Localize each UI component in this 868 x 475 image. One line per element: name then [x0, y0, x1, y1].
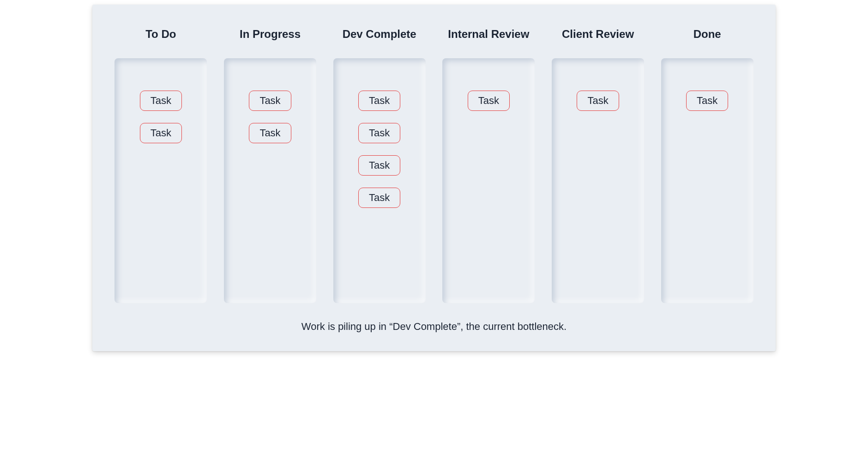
columns-row: To Do Task Task In Progress Task Task De…: [111, 28, 757, 303]
task-card[interactable]: Task: [358, 91, 400, 111]
task-card[interactable]: Task: [249, 123, 291, 143]
column-well[interactable]: Task Task: [224, 58, 316, 303]
task-card[interactable]: Task: [358, 188, 400, 208]
task-card[interactable]: Task: [577, 91, 619, 111]
task-card[interactable]: Task: [249, 91, 291, 111]
kanban-board: To Do Task Task In Progress Task Task De…: [92, 5, 776, 351]
column-well[interactable]: Task: [552, 58, 644, 303]
column-well[interactable]: Task: [661, 58, 753, 303]
column-header: Dev Complete: [343, 28, 416, 41]
column-header: Client Review: [562, 28, 634, 41]
column-header: Internal Review: [448, 28, 529, 41]
task-card[interactable]: Task: [358, 155, 400, 176]
task-card[interactable]: Task: [140, 91, 182, 111]
task-card[interactable]: Task: [358, 123, 400, 143]
column-client-review: Client Review Task: [548, 28, 648, 303]
column-internal-review: Internal Review Task: [439, 28, 539, 303]
column-well[interactable]: Task: [442, 58, 535, 303]
column-well[interactable]: Task Task: [115, 58, 207, 303]
column-to-do: To Do Task Task: [111, 28, 211, 303]
column-header: In Progress: [240, 28, 301, 41]
column-dev-complete: Dev Complete Task Task Task Task: [329, 28, 429, 303]
task-card[interactable]: Task: [686, 91, 728, 111]
column-done: Done Task: [657, 28, 757, 303]
column-well[interactable]: Task Task Task Task: [333, 58, 426, 303]
column-header: To Do: [145, 28, 176, 41]
task-card[interactable]: Task: [140, 123, 182, 143]
column-header: Done: [693, 28, 721, 41]
column-in-progress: In Progress Task Task: [220, 28, 320, 303]
task-card[interactable]: Task: [468, 91, 510, 111]
board-caption: Work is piling up in “Dev Complete”, the…: [111, 321, 757, 333]
